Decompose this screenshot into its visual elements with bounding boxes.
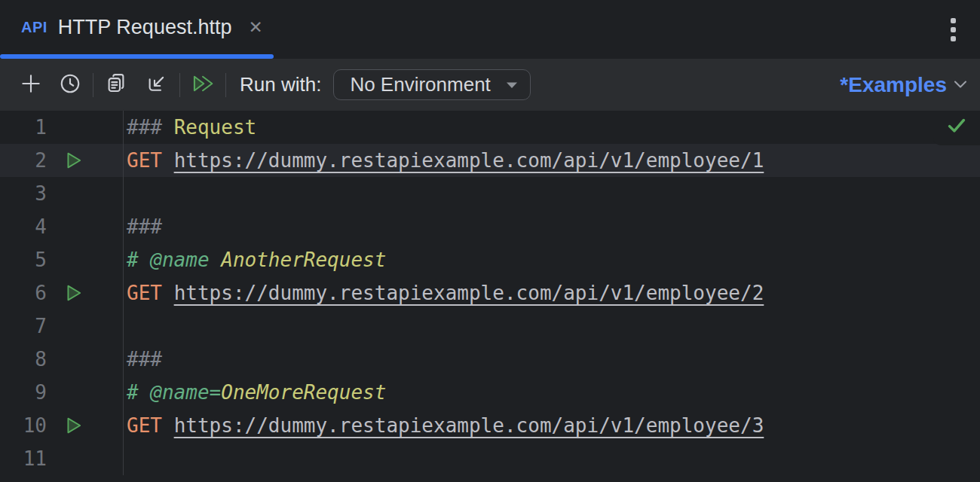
- line-number: 11: [0, 447, 47, 470]
- code-token: GET: [127, 149, 174, 172]
- code-line-content: # @name=OneMoreRequest: [124, 381, 386, 404]
- tab-http-request[interactable]: API HTTP Request.http ✕: [0, 0, 274, 59]
- checkmark-icon: [945, 114, 968, 142]
- editor-line-10[interactable]: 10GET https://dummy.restapiexample.com/a…: [0, 409, 980, 442]
- toolbar-separator: [179, 73, 180, 97]
- gutter-spacer: [63, 182, 85, 205]
- gutter-spacer: [63, 116, 85, 139]
- run-request-gutter-icon[interactable]: [63, 414, 85, 437]
- editor-line-4[interactable]: 4###: [0, 210, 980, 243]
- code-token: GET: [127, 282, 174, 304]
- code-token: Request: [174, 116, 257, 139]
- http-client-toolbar: Run with: No Environment *Examples: [0, 59, 980, 111]
- code-line-content: # @name AnotherRequest: [124, 249, 386, 271]
- convert-curl-button[interactable]: [145, 73, 169, 97]
- line-number: 10: [0, 414, 47, 437]
- line-number: 5: [0, 249, 47, 271]
- environment-dropdown[interactable]: No Environment: [333, 69, 530, 100]
- gutter: 5: [0, 243, 124, 276]
- active-tab-underline: [0, 54, 274, 59]
- copy-examples-button[interactable]: [104, 73, 128, 97]
- code-line-content: GET https://dummy.restapiexample.com/api…: [124, 414, 764, 437]
- add-request-button[interactable]: [19, 73, 43, 97]
- code-token: ###: [127, 348, 162, 371]
- editor-line-2[interactable]: 2GET https://dummy.restapiexample.com/ap…: [0, 144, 980, 177]
- line-number: 8: [0, 348, 47, 371]
- code-line-content: ###: [124, 348, 162, 371]
- run-request-gutter-icon[interactable]: [63, 149, 85, 172]
- line-number: 7: [0, 315, 47, 337]
- editor-line-7[interactable]: 7: [0, 310, 980, 343]
- import-arrow-icon: [145, 72, 168, 98]
- examples-dropdown[interactable]: *Examples: [840, 73, 968, 97]
- toolbar-separator: [225, 73, 226, 97]
- line-number: 6: [0, 282, 47, 304]
- gutter-spacer: [63, 447, 85, 470]
- gutter-spacer: [63, 348, 85, 371]
- examples-dropdown-label: *Examples: [840, 73, 947, 97]
- editor-line-8[interactable]: 8###: [0, 343, 980, 376]
- gutter-spacer: [63, 249, 85, 271]
- editor-area[interactable]: 1### Request2GET https://dummy.restapiex…: [0, 111, 980, 482]
- code-line-content: ### Request: [124, 116, 256, 139]
- clock-icon: [59, 72, 81, 98]
- run-all-requests-button[interactable]: [191, 73, 215, 97]
- gutter: 3: [0, 177, 124, 210]
- close-tab-icon[interactable]: ✕: [248, 19, 262, 36]
- dropdown-caret-icon: [506, 78, 518, 92]
- line-number: 2: [0, 149, 47, 172]
- code-line-content: GET https://dummy.restapiexample.com/api…: [124, 282, 764, 304]
- run-request-gutter-icon[interactable]: [63, 282, 85, 304]
- editor-line-1[interactable]: 1### Request: [0, 111, 980, 144]
- request-url-link[interactable]: https://dummy.restapiexample.com/api/v1/…: [174, 282, 764, 304]
- line-number: 3: [0, 182, 47, 205]
- gutter: 2: [0, 144, 124, 177]
- plus-icon: [20, 72, 42, 98]
- editor-tab-bar: API HTTP Request.http ✕: [0, 0, 980, 59]
- gutter: 8: [0, 343, 124, 376]
- environment-dropdown-value: No Environment: [350, 73, 490, 96]
- request-url-link[interactable]: https://dummy.restapiexample.com/api/v1/…: [174, 414, 764, 437]
- editor-line-5[interactable]: 5# @name AnotherRequest: [0, 243, 980, 276]
- tab-title: HTTP Request.http: [58, 16, 232, 39]
- gutter: 9: [0, 376, 124, 409]
- tab-options-kebab-icon[interactable]: [948, 15, 959, 44]
- code-token: # @name: [127, 249, 221, 271]
- run-all-icon: [191, 72, 215, 98]
- gutter: 1: [0, 111, 124, 144]
- show-history-button[interactable]: [58, 73, 82, 97]
- code-token: ###: [127, 116, 174, 139]
- gutter: 10: [0, 409, 124, 442]
- gutter-spacer: [63, 315, 85, 337]
- editor-line-11[interactable]: 11: [0, 442, 980, 475]
- gutter: 7: [0, 310, 124, 343]
- chevron-down-icon: [947, 78, 968, 92]
- code-token: ###: [127, 215, 162, 238]
- line-number: 1: [0, 116, 47, 139]
- code-line-content: GET https://dummy.restapiexample.com/api…: [124, 149, 764, 172]
- line-number: 9: [0, 381, 47, 404]
- copy-icon: [105, 72, 127, 98]
- request-url-link[interactable]: https://dummy.restapiexample.com/api/v1/…: [174, 149, 764, 172]
- gutter: 11: [0, 442, 124, 475]
- gutter-spacer: [63, 381, 85, 404]
- http-file-type-icon: API: [21, 19, 47, 36]
- code-line-content: ###: [124, 215, 162, 238]
- editor-line-6[interactable]: 6GET https://dummy.restapiexample.com/ap…: [0, 276, 980, 310]
- gutter: 4: [0, 210, 124, 243]
- editor-line-9[interactable]: 9# @name=OneMoreRequest: [0, 376, 980, 409]
- code-token: GET: [127, 414, 174, 437]
- line-number: 4: [0, 215, 47, 238]
- toolbar-separator: [93, 73, 93, 97]
- code-token: OneMoreRequest: [221, 381, 386, 404]
- run-with-label: Run with:: [240, 73, 321, 96]
- code-token: # @name=: [127, 381, 221, 404]
- inspections-status-widget[interactable]: [933, 111, 980, 145]
- gutter: 6: [0, 276, 124, 310]
- editor-line-3[interactable]: 3: [0, 177, 980, 210]
- gutter-spacer: [63, 215, 85, 238]
- code-token: AnotherRequest: [221, 249, 386, 271]
